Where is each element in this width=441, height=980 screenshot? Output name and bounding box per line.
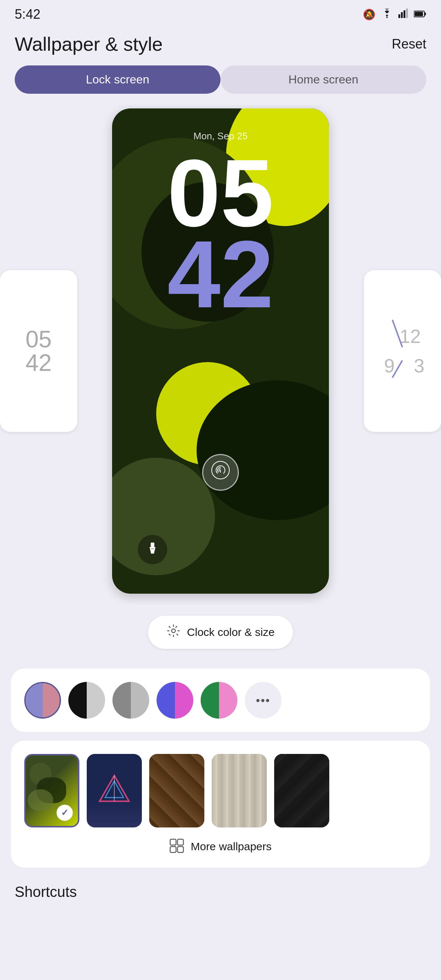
tab-lock-screen[interactable]: Lock screen (15, 65, 221, 94)
wallpaper-thumb-4[interactable] (212, 754, 267, 827)
wallpaper-carousel: 0542 Mon, Sep 25 05 42 (0, 105, 441, 605)
fingerprint-button[interactable] (202, 454, 239, 491)
palette-row: ••• (24, 682, 417, 719)
signal-icon (398, 8, 409, 21)
svg-rect-19 (177, 846, 183, 853)
battery-icon (414, 8, 426, 20)
bottom-spacer (0, 904, 441, 980)
svg-rect-18 (170, 846, 176, 853)
svg-rect-6 (425, 13, 426, 16)
more-colors-button[interactable]: ••• (245, 682, 282, 719)
swatch-4-left (156, 682, 175, 719)
clock-color-btn-label: Clock color & size (187, 626, 274, 638)
clock-color-size-button[interactable]: Clock color & size (148, 616, 293, 649)
swatch-5-left (201, 682, 219, 719)
wifi-icon (381, 8, 393, 21)
mute-icon: 🔕 (363, 8, 376, 21)
more-dots-icon: ••• (256, 694, 271, 707)
svg-rect-7 (414, 12, 423, 16)
more-wallpapers-button[interactable]: More wallpapers (24, 838, 417, 854)
wallpaper-thumb-2[interactable] (87, 754, 142, 827)
swatch-2-right (87, 682, 105, 719)
clock-color-section: Clock color & size (11, 605, 430, 660)
tab-home-screen[interactable]: Home screen (221, 65, 426, 94)
status-bar: 5:42 🔕 (0, 0, 441, 26)
wallpaper-thumb-5[interactable] (274, 754, 329, 827)
color-swatch-3[interactable] (113, 682, 149, 719)
torch-button[interactable] (138, 535, 167, 564)
svg-rect-16 (170, 839, 176, 845)
svg-point-0 (386, 16, 388, 18)
swatch-1-right (43, 683, 59, 717)
tab-bar: Lock screen Home screen (15, 65, 426, 94)
svg-marker-10 (150, 547, 156, 554)
torch-icon (145, 541, 159, 558)
svg-rect-2 (401, 12, 403, 18)
page-title: Wallpaper & style (15, 33, 163, 55)
color-swatch-2[interactable] (68, 682, 105, 719)
wallpaper-selected-check: ✓ (57, 805, 73, 821)
wallpaper-thumbs-row: ✓ (24, 754, 417, 827)
swatch-1-left (26, 683, 43, 717)
svg-rect-11 (151, 549, 154, 549)
swatch-4-right (175, 682, 193, 719)
swatch-2-left (68, 682, 87, 719)
swatch-3-right (131, 682, 149, 719)
svg-point-12 (172, 629, 175, 633)
clock-min: 42 (112, 234, 329, 315)
color-swatch-4[interactable] (156, 682, 193, 719)
color-swatch-1[interactable] (24, 682, 61, 719)
wallpaper-background: Mon, Sep 25 05 42 (112, 108, 329, 593)
wallpapers-section: ✓ (11, 741, 430, 867)
phone-lock-clock: 05 42 (112, 153, 329, 315)
main-phone-preview[interactable]: Mon, Sep 25 05 42 (112, 108, 329, 593)
svg-rect-1 (398, 14, 400, 18)
fingerprint-icon (211, 461, 230, 484)
gear-icon (167, 624, 180, 641)
status-time: 5:42 (15, 6, 40, 22)
svg-rect-9 (151, 542, 154, 547)
page-header: Wallpaper & style Reset (0, 26, 441, 65)
swatch-3-left (113, 682, 131, 719)
color-swatch-5[interactable] (201, 682, 237, 719)
status-icons: 🔕 (363, 8, 426, 21)
side-preview-right[interactable]: 12 9 3 (364, 270, 441, 432)
swatch-5-right (219, 682, 237, 719)
more-wallpapers-label: More wallpapers (191, 840, 272, 853)
reset-button[interactable]: Reset (392, 37, 426, 52)
side-preview-left[interactable]: 0542 (0, 270, 77, 432)
shortcuts-section-label: Shortcuts (0, 877, 441, 904)
svg-rect-3 (403, 10, 405, 18)
right-preview-clock: 12 9 3 (377, 314, 428, 388)
color-palette-section: ••• (11, 669, 430, 732)
svg-rect-17 (177, 839, 183, 845)
wallpaper-thumb-1[interactable]: ✓ (24, 754, 80, 827)
svg-rect-4 (406, 8, 408, 18)
left-preview-clock: 0542 (25, 328, 51, 375)
more-wallpapers-icon (169, 838, 184, 854)
wallpaper-thumb-3[interactable] (149, 754, 204, 827)
